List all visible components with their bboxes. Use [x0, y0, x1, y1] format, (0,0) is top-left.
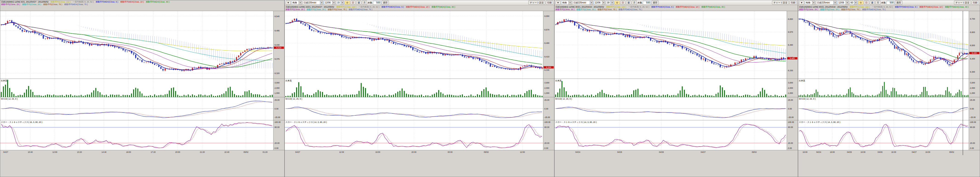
apply-button[interactable]: 適用 [895, 1, 902, 5]
period-button[interactable]: 月 [362, 1, 367, 5]
indicator-label: 移動平均(Close, 20 ) [577, 8, 596, 11]
volume-plot[interactable] [285, 79, 543, 97]
time-axis-label: 20:00 [175, 151, 180, 153]
period-button[interactable]: 週 [626, 1, 631, 5]
price-chart-axis: 9,6509,5709,4909,4109,3309,345 [543, 11, 554, 79]
volume-plot[interactable] [0, 79, 273, 97]
time-axis-label: 05/02 [949, 151, 954, 153]
indicator-label: 移動平均(Close, 75 ) [328, 8, 347, 11]
last-price-badge: 9,410 [274, 47, 284, 49]
instrument-type-select[interactable]: 先物▼ [561, 1, 572, 5]
time-axis: 16:0004/2416:0004/2516:0004/2616:0004/27… [798, 150, 980, 155]
symbol-select[interactable]: 日経225mini▼ [303, 1, 323, 5]
price-chart-section: 9,6509,5709,4909,4109,3309,345 [285, 11, 554, 79]
volume-plot[interactable] [798, 79, 969, 97]
apply-button[interactable]: 適用 [651, 1, 659, 5]
menu-button[interactable]: ▼ [799, 1, 804, 5]
macd-plot[interactable] [0, 97, 273, 120]
price-chart-plot[interactable] [798, 11, 969, 79]
period-button[interactable]: 月 [632, 1, 637, 5]
time-axis-label: 04/27 [295, 151, 300, 153]
price-axis-label: 9,600 [969, 31, 975, 34]
chart-panel-4: ▼先物▼日経225mini▼12/06▼60▼分日週月本数適用チャート設定印刷日… [798, 0, 980, 177]
macd-plot[interactable] [285, 97, 543, 120]
stochastics-plot[interactable] [555, 120, 787, 150]
print-button[interactable]: 印刷 [789, 1, 797, 5]
stochastics-section-label: スロー・ストキャスティクス( 14, 3, 80, 20 ) [285, 121, 327, 124]
indicator-label: 移動平均MDX(Close, 10 ) [676, 6, 699, 8]
stochastics-plot[interactable] [798, 120, 969, 150]
macd-section: 25.000.00-25.00MACD( 12, 26, 9 ) [798, 97, 980, 120]
price-chart-plot[interactable] [555, 11, 787, 79]
chart-settings-button[interactable]: チャート設定 [772, 1, 789, 5]
bars-count-input[interactable] [886, 1, 894, 5]
indicator-label: 移動平均MDX(Close, 75 ) [64, 3, 88, 5]
instrument-type-select[interactable]: 先物▼ [291, 1, 302, 5]
print-button[interactable]: 印刷 [972, 1, 979, 5]
period-button[interactable]: 週 [870, 1, 875, 5]
chevron-down-icon: ▼ [340, 1, 344, 4]
macd-plot[interactable] [555, 97, 787, 120]
contract-month-select[interactable]: 12/06▼ [837, 1, 849, 5]
period-button[interactable]: 分 [614, 1, 620, 5]
volume-plot[interactable] [555, 79, 787, 97]
contract-month-select[interactable]: 12/06▼ [594, 1, 605, 5]
period-button[interactable]: 日 [350, 1, 356, 5]
menu-button[interactable]: ▼ [286, 1, 291, 5]
time-axis: 04/2404/2504/2604/2705/02 [555, 150, 798, 155]
stochastics-plot[interactable] [285, 120, 543, 150]
period-button[interactable]: 月 [875, 1, 880, 5]
print-button[interactable]: 印刷 [546, 1, 553, 5]
volume-section: 3,0002,0001,000出来高 [285, 79, 554, 97]
last-price-badge: 9,345 [544, 66, 554, 68]
chart-title: 日経225(Mini) 12/06( 15分), 2012/04/27 - 20… [286, 6, 334, 8]
chevron-down-icon: ▼ [812, 1, 815, 4]
indicator-label: 移動平均(Close, 75 ) [43, 3, 62, 5]
price-axis-label: 9,400 [969, 58, 975, 60]
price-chart-plot[interactable] [285, 11, 543, 79]
instrument-type-select[interactable]: 先物▼ [805, 1, 815, 5]
chart-settings-button[interactable]: チャート設定 [954, 1, 971, 5]
chart-toolbar: ▼先物▼日経225mini▼12/06▼15▼分日週月本数適用チャート設定印刷 [285, 0, 554, 5]
timeframe-select[interactable]: 60▼ [850, 1, 858, 5]
chart-toolbar: ▼先物▼日経225mini▼12/06▼60▼分日週月本数適用チャート設定印刷 [798, 0, 980, 5]
price-chart-plot[interactable] [0, 11, 273, 79]
volume-section-label: 出来高 [1, 79, 7, 82]
period-button[interactable]: 日 [620, 1, 625, 5]
macd-axis-label: 0.00 [544, 108, 548, 110]
indicator-label: 移動平均(Close, 75 ) [598, 8, 617, 11]
stochastics-axis-label: 80.00 [544, 126, 549, 129]
macd-plot[interactable] [798, 97, 969, 120]
time-axis-label: 01:20 [263, 151, 267, 153]
symbol-select[interactable]: 日経225mini▼ [816, 1, 837, 5]
indicator-label: 一目均衡表( 9, 26, 52 ) [872, 6, 893, 8]
indicator-label: 移動平均(Close, 150 ) [850, 6, 870, 8]
symbol-select[interactable]: 日経225mini▼ [573, 1, 593, 5]
timeframe-select[interactable]: 30▼ [606, 1, 614, 5]
period-button[interactable]: 分 [858, 1, 863, 5]
volume-axis: 3,0002,0001,000 [273, 79, 284, 97]
chart-settings-button[interactable]: チャート設定 [528, 1, 545, 5]
contract-month-select[interactable]: 12/06▼ [324, 1, 336, 5]
price-axis-label: 9,490 [544, 42, 549, 44]
bars-count-input[interactable] [373, 1, 381, 5]
time-axis-label: 16:00 [830, 151, 835, 153]
period-button[interactable]: 分 [345, 1, 350, 5]
timeframe-select[interactable]: 15▼ [336, 1, 344, 5]
stochastics-axis-label: 20.00 [787, 142, 793, 144]
price-axis-label: 9,320 [274, 72, 280, 74]
bars-count-input[interactable] [643, 1, 651, 5]
stochastics-plot[interactable] [0, 120, 273, 150]
apply-button[interactable]: 適用 [382, 1, 389, 5]
menu-button[interactable]: ▼ [555, 1, 560, 5]
period-button[interactable]: 週 [356, 1, 361, 5]
chevron-down-icon: ▼ [611, 1, 614, 4]
volume-section: 3,0002,0001,000出来高 [555, 79, 798, 97]
period-button[interactable]: 日 [864, 1, 869, 5]
time-axis-label: 16:00 [803, 151, 807, 153]
indicator-label: 移動平均MDX(Close, 10 ) [920, 6, 943, 8]
price-axis-label: 9,650 [787, 18, 793, 20]
combo-value: 12/06 [595, 2, 601, 4]
combo-value: 12/06 [838, 2, 845, 4]
chart-title: 日経225(Mini) 12/06( 5分), 2012/04/27 - 201… [1, 1, 48, 3]
